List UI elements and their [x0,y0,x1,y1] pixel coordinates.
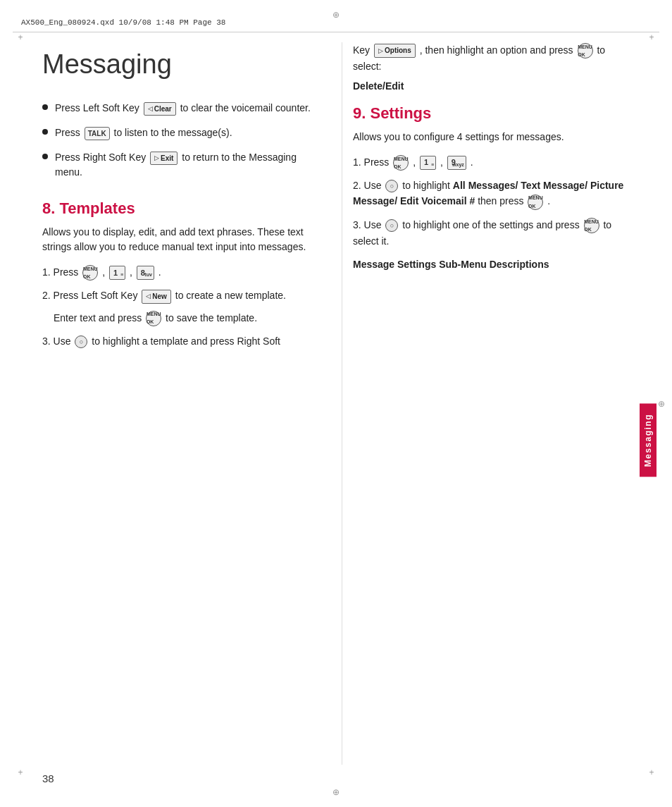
header-text: AX500_Eng_080924.qxd 10/9/08 1:48 PM Pag… [21,18,225,27]
list-item: Press Left Soft Key ◁ Clear to clear the… [42,101,317,116]
key-options-label: Options [385,45,411,56]
page-title: Messaging [42,49,317,80]
list-item: Press TALK to listen to the message(s). [42,125,317,140]
section-8-desc: Allows you to display, edit, and add tex… [42,225,317,254]
section-8-step-1: 1. Press MENUOK , 1≡ , 8tuv . [42,264,317,281]
right-soft-key-options: ▷ Options [374,44,416,58]
column-divider [342,42,342,765]
reg-center-top: ⊕ [332,10,340,20]
nav-key-1: ○ [75,335,87,348]
sidebar-wrapper: Messaging [640,404,657,477]
key-9-box: 9wxyz [447,156,466,170]
section-8-heading: 8. Templates [42,199,317,218]
list-item: Press Right Soft Key ▷ Exit to return to… [42,150,317,180]
section-9-step-3: 3. Use ○ to highlight one of the setting… [353,217,630,250]
bullet-dot [42,104,48,110]
bullet-list: Press Left Soft Key ◁ Clear to clear the… [42,101,317,180]
key-8-box: 8tuv [137,266,154,280]
section-9-desc: Allows you to configure 4 settings for m… [353,130,630,144]
section-9-heading: 9. Settings [353,104,630,123]
bullet-dot [42,154,48,159]
menu-ok-key-4: MENUOK [393,155,409,171]
section-8-step-3: 3. Use ○ to highlight a template and pre… [42,333,317,349]
section-9: 9. Settings Allows you to configure 4 se… [353,104,630,273]
talk-key: TALK [85,127,110,140]
nav-key-3: ○ [385,219,398,232]
key-exit-label: Exit [161,153,173,164]
menu-ok-key-2: MENUOK [146,311,161,326]
section-9-footer: Message Settings Sub-Menu Descriptions [353,257,630,272]
menu-ok-key-1: MENUOK [82,265,98,281]
section-9-step-2: 2. Use ○ to highlight All Messages/ Text… [353,178,630,210]
right-column: Key ▷ Options , then highlight an option… [346,42,630,765]
reg-mark-bl: + [15,768,25,777]
reg-mark-tl: + [15,32,25,42]
bullet-text: Press TALK to listen to the message(s). [55,125,232,140]
reg-mark-br: + [647,768,657,777]
nav-key-2: ○ [385,180,398,192]
section-8-substep: Enter text and press MENUOK to save the … [54,311,317,326]
key-1-box: 1≡ [109,266,125,280]
menu-ok-key-6: MENUOK [584,218,599,233]
reg-center-right: ⊕ [658,399,665,409]
section-8-step-2: 2. Press Left Soft Key ◁ New to create a… [42,288,317,303]
reg-mark-tr: + [647,32,657,42]
right-soft-key-exit: ▷ Exit [150,152,178,165]
left-arrow-icon: ◁ [148,104,153,114]
section-8: 8. Templates Allows you to display, edit… [42,199,317,349]
reg-center-bottom: ⊕ [332,787,340,797]
key-clear-label: Clear [154,104,172,114]
menu-ok-key-3: MENUOK [578,43,593,58]
bullet-dot [42,129,48,135]
left-arrow-icon-2: ◁ [146,291,151,301]
key-1-box-2: 1≡ [420,156,436,170]
bullet-text: Press Right Soft Key ▷ Exit to return to… [55,150,317,180]
step-3-cont: Key ▷ Options , then highlight an option… [353,42,630,75]
page-number: 38 [42,772,54,784]
delete-edit-label: Delete/Edit [353,80,630,92]
section-9-step-1: 1. Press MENUOK , 1≡ , 9wxyz . [353,154,630,171]
bullet-text: Press Left Soft Key ◁ Clear to clear the… [55,101,311,116]
left-column: Messaging Press Left Soft Key ◁ Clear to… [42,42,338,765]
sidebar-label: Messaging [640,404,657,477]
key-new-label: New [152,291,167,302]
left-soft-key-clear: ◁ Clear [144,102,176,116]
main-content: Messaging Press Left Soft Key ◁ Clear to… [42,42,630,765]
right-arrow-icon: ▷ [154,154,159,164]
left-soft-key-new: ◁ New [142,290,171,304]
right-arrow-icon-3: ▷ [378,46,383,56]
menu-ok-key-5: MENUOK [528,195,543,210]
